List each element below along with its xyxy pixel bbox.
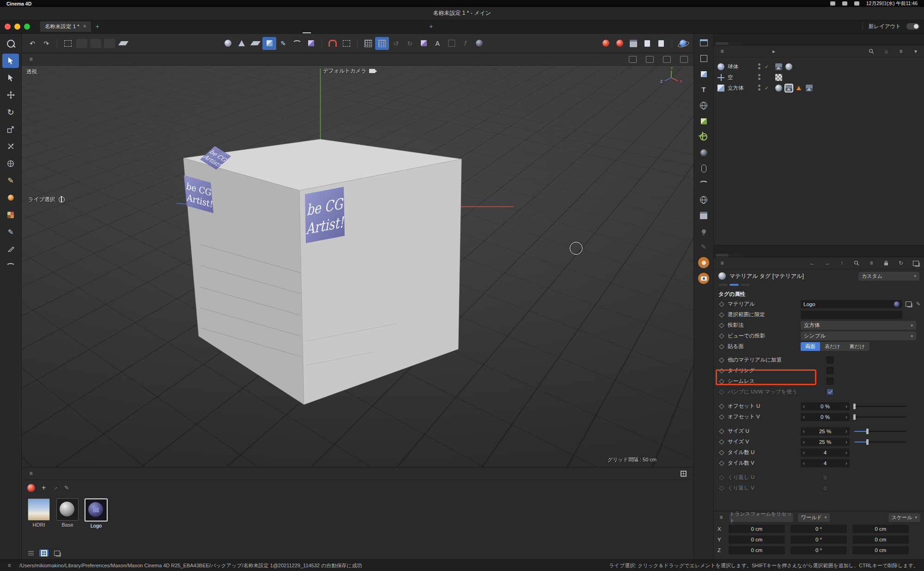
close-window-button[interactable] (5, 24, 11, 30)
tweak-tool[interactable] (2, 71, 19, 85)
layout-tab[interactable] (353, 19, 362, 33)
layout-tab[interactable] (404, 19, 413, 33)
layout-tab[interactable] (333, 19, 341, 33)
render-view-button[interactable] (599, 37, 613, 50)
layer-view-button[interactable] (52, 549, 61, 557)
anim-dot-icon[interactable] (719, 450, 724, 455)
render-picture-viewer-button[interactable] (613, 37, 626, 50)
anim-dot-icon[interactable] (719, 323, 724, 328)
search-icon[interactable] (853, 260, 860, 266)
live-selection-tool[interactable] (2, 54, 19, 68)
forward-icon[interactable]: → (823, 260, 831, 266)
compositing-tag-icon[interactable] (775, 74, 782, 81)
object-name[interactable]: 球体 (728, 63, 738, 70)
object-name[interactable]: 空 (728, 74, 733, 81)
visibility-dots[interactable] (758, 85, 761, 92)
panel-tab[interactable] (716, 42, 729, 45)
point-sphere-button[interactable] (696, 98, 711, 112)
scale-tool[interactable] (2, 122, 19, 136)
enabled-check-icon[interactable]: ✓ (765, 85, 769, 91)
projection-dropdown[interactable]: 立方体 ▾ (801, 321, 916, 330)
space-dropdown[interactable]: ワールド ▾ (798, 513, 830, 522)
layout-tab[interactable] (414, 19, 423, 33)
slider[interactable] (854, 427, 906, 436)
number-field[interactable]: 4 (801, 448, 850, 457)
capsule-button[interactable] (696, 161, 711, 175)
anim-dot-icon[interactable] (719, 389, 724, 394)
panel-tab[interactable] (716, 254, 729, 257)
document-tab[interactable]: 名称未設定 1 * × (40, 21, 91, 32)
layout-tab[interactable] (323, 19, 331, 33)
back-icon[interactable]: ← (808, 260, 816, 266)
number-field[interactable]: 25 % (801, 438, 850, 446)
cube-object-button[interactable] (696, 67, 711, 81)
hamburger-icon[interactable]: ≡ (27, 470, 35, 477)
material-ball-tool[interactable] (472, 37, 486, 50)
render-settings-button[interactable] (626, 37, 640, 50)
light-dim-button[interactable] (696, 224, 711, 238)
number-field[interactable]: 25 % (801, 427, 850, 436)
workplane-tool[interactable] (116, 37, 130, 50)
grid-view-button[interactable] (39, 549, 49, 557)
layout-tab[interactable] (374, 19, 382, 33)
axis-lock-button[interactable] (90, 39, 101, 48)
bend-deformer-button[interactable] (696, 177, 711, 191)
spin-down-icon[interactable] (801, 449, 807, 456)
box-select-tool[interactable] (61, 37, 75, 50)
primitive-plane-tool[interactable] (249, 37, 262, 50)
mode-dropdown[interactable]: スケール ▾ (888, 513, 920, 522)
control-center-icon[interactable] (842, 1, 847, 6)
close-tab-icon[interactable]: × (83, 23, 86, 30)
color-palette-tool[interactable] (2, 208, 19, 222)
anim-dot-icon[interactable] (719, 404, 724, 409)
panel-tab[interactable] (729, 254, 742, 257)
phong-tag-icon[interactable] (785, 63, 792, 70)
up-icon[interactable]: ↑ (838, 260, 845, 266)
attribute-subtab[interactable] (718, 284, 728, 286)
hamburger-icon[interactable]: ≡ (717, 514, 725, 521)
add-layout-tab-button[interactable]: + (429, 23, 433, 30)
texture-tag-icon[interactable] (806, 85, 813, 92)
phong-tag-icon[interactable] (775, 85, 782, 92)
view-cube-button[interactable] (417, 37, 431, 50)
rotation-field[interactable]: 0 ° (790, 525, 847, 533)
axis-gizmo[interactable]: Y X Z (657, 67, 687, 87)
number-field[interactable]: 0 % (801, 413, 850, 421)
refresh-icon[interactable]: ↻ (897, 260, 905, 266)
spin-up-icon[interactable] (843, 460, 850, 467)
rotation-field[interactable]: 0 ° (790, 535, 847, 544)
spline-pen-tool[interactable]: ✎ (276, 37, 290, 50)
texture-tag-icon[interactable] (775, 63, 782, 70)
new-panel-icon[interactable] (912, 261, 919, 266)
search-icon[interactable] (868, 49, 875, 54)
material-item[interactable]: Logo (85, 498, 108, 528)
object-row[interactable]: 球体 ✓ (714, 61, 924, 72)
side-option-front[interactable]: 表だけ (820, 342, 845, 351)
rotate-tool[interactable]: ↻ (2, 105, 19, 119)
move-tool[interactable] (2, 88, 19, 102)
app-menu[interactable]: Cinema 4D (6, 1, 31, 6)
spline-smooth-tool[interactable] (2, 259, 19, 273)
maximize-view-icon[interactable] (680, 56, 688, 63)
anim-dot-icon[interactable] (719, 301, 724, 307)
anim-dot-icon[interactable] (719, 379, 724, 384)
spin-up-icon[interactable] (843, 414, 850, 420)
attribute-subtab[interactable] (741, 284, 750, 286)
scale-field[interactable]: 0 cm (852, 535, 909, 544)
rotation-field[interactable]: 0 ° (790, 546, 847, 554)
object-row[interactable]: 立方体 ✓ (714, 83, 924, 93)
slider-knob[interactable] (853, 414, 856, 420)
slider-knob[interactable] (866, 439, 869, 445)
layout-tab[interactable] (364, 19, 372, 33)
plane-object-button[interactable] (696, 51, 711, 65)
position-field[interactable]: 0 cm (729, 525, 785, 533)
simulate-button[interactable] (676, 37, 690, 50)
commander-tool[interactable] (2, 37, 19, 51)
menubar-clock[interactable]: 12月29日(水) 午前11:46 (866, 0, 918, 7)
cube-object[interactable] (183, 139, 462, 405)
layout-tab[interactable] (313, 19, 321, 33)
new-material-button[interactable] (27, 484, 35, 492)
spline-arc-tool[interactable] (290, 37, 304, 50)
filter-icon[interactable]: ▾ (912, 48, 919, 55)
dolly-view-icon[interactable] (646, 56, 654, 63)
